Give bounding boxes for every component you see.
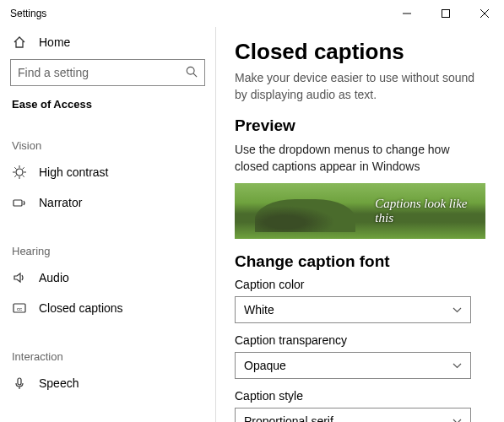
section-interaction: Interaction [8, 342, 207, 368]
caption-transparency-label: Caption transparency [235, 333, 485, 347]
search-icon [186, 66, 198, 80]
caption-preview-image: Captions look like this [235, 183, 485, 239]
svg-line-5 [193, 73, 197, 77]
nav-label: Audio [39, 271, 69, 284]
nav-narrator[interactable]: Narrator [8, 187, 207, 218]
nav-label: High contrast [39, 165, 108, 179]
svg-line-12 [23, 176, 24, 177]
caption-preview-text: Captions look like this [375, 197, 485, 225]
nav-label: Narrator [39, 196, 82, 209]
svg-rect-15 [14, 200, 22, 206]
chevron-down-icon [453, 360, 462, 371]
speech-icon [12, 376, 27, 390]
chevron-down-icon [453, 305, 462, 315]
scroll-indicator[interactable] [215, 213, 216, 263]
section-hearing: Hearing [8, 236, 207, 262]
minimize-button[interactable] [387, 0, 426, 27]
caption-color-select[interactable]: White [235, 296, 471, 323]
section-vision: Vision [8, 131, 207, 157]
category-title: Ease of Access [8, 95, 207, 112]
search-input[interactable] [10, 59, 205, 86]
svg-text:cc: cc [17, 306, 22, 311]
svg-point-4 [187, 67, 194, 74]
nav-label: Speech [39, 376, 79, 390]
preview-description: Use the dropdown menus to change how clo… [235, 142, 485, 175]
audio-icon [12, 271, 27, 284]
select-value: White [244, 303, 274, 316]
nav-audio[interactable]: Audio [8, 262, 207, 293]
contrast-icon [12, 165, 27, 179]
home-label: Home [39, 35, 70, 49]
svg-rect-18 [18, 378, 21, 385]
window-controls [387, 0, 504, 27]
window-title: Settings [10, 8, 387, 19]
close-button[interactable] [465, 0, 504, 27]
home-icon [12, 35, 27, 49]
svg-line-13 [23, 167, 24, 169]
svg-line-14 [14, 176, 16, 177]
page-title: Closed captions [235, 39, 485, 65]
narrator-icon [12, 196, 27, 209]
caption-style-label: Caption style [235, 389, 485, 403]
caption-color-label: Caption color [235, 278, 485, 291]
nav-closed-captions[interactable]: cc Closed captions [8, 293, 207, 323]
caption-style-select[interactable]: Proportional serif [235, 408, 471, 422]
maximize-button[interactable] [426, 0, 465, 27]
select-value: Proportional serif [244, 414, 333, 422]
nav-label: Closed captions [39, 301, 123, 315]
change-font-heading: Change caption font [235, 252, 485, 271]
preview-heading: Preview [235, 116, 485, 135]
content-pane: Closed captions Make your device easier … [215, 27, 504, 422]
svg-line-11 [14, 167, 16, 169]
svg-point-6 [16, 169, 23, 176]
nav-high-contrast[interactable]: High contrast [8, 157, 207, 187]
select-value: Opaque [244, 359, 286, 372]
home-nav[interactable]: Home [8, 27, 207, 59]
closed-captions-icon: cc [12, 301, 27, 315]
svg-rect-1 [442, 10, 450, 18]
sidebar: Home Ease of Access Vision High contrast [0, 27, 215, 422]
nav-speech[interactable]: Speech [8, 368, 207, 398]
titlebar: Settings [0, 0, 504, 27]
chevron-down-icon [453, 416, 462, 422]
search-field[interactable] [18, 66, 186, 79]
page-subtitle: Make your device easier to use without s… [235, 70, 485, 103]
caption-transparency-select[interactable]: Opaque [235, 352, 471, 379]
